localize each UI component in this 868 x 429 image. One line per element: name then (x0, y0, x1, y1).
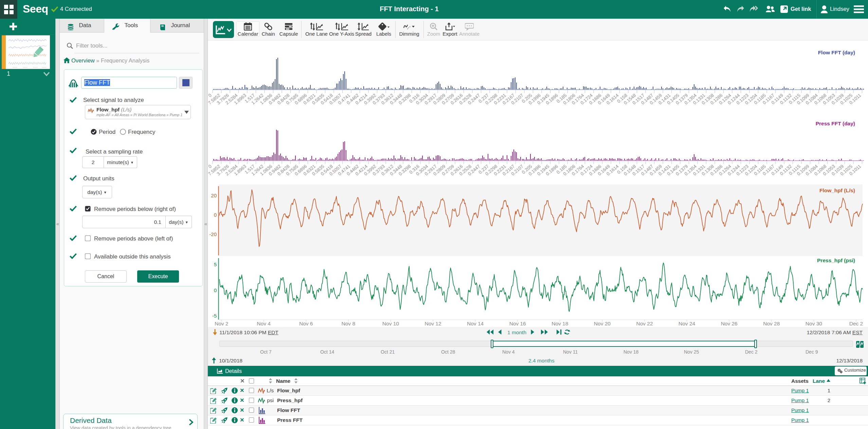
svg-text:5: 5 (214, 262, 217, 267)
svg-text:Nov 6: Nov 6 (299, 321, 313, 326)
svg-text:Nov 28: Nov 28 (763, 321, 780, 326)
svg-text:Nov 20: Nov 20 (594, 321, 611, 326)
svg-text:Nov 10: Nov 10 (382, 321, 399, 326)
svg-text:0: 0 (214, 287, 217, 293)
svg-text:Nov 30: Nov 30 (806, 321, 822, 326)
svg-text:Flow_hpf (L/s): Flow_hpf (L/s) (819, 187, 855, 193)
svg-text:Nov 26: Nov 26 (721, 321, 738, 326)
svg-text:-20: -20 (209, 231, 217, 237)
svg-text:Nov 4: Nov 4 (257, 321, 271, 326)
svg-text:Nov 14: Nov 14 (467, 321, 484, 326)
svg-text:Press_hpf (psi): Press_hpf (psi) (817, 257, 855, 263)
svg-text:Nov 18: Nov 18 (551, 321, 568, 326)
svg-text:0: 0 (214, 212, 217, 218)
svg-text:20: 20 (211, 193, 217, 198)
svg-text:Nov 24: Nov 24 (679, 321, 695, 326)
svg-text:Nov 12: Nov 12 (424, 321, 441, 326)
svg-text:Nov 8: Nov 8 (342, 321, 356, 326)
svg-text:Flow FFT (day): Flow FFT (day) (818, 50, 855, 55)
svg-text:Nov 2: Nov 2 (215, 321, 229, 326)
svg-text:-5: -5 (212, 313, 217, 319)
svg-text:Press FFT (day): Press FFT (day) (816, 121, 855, 126)
svg-text:Nov 16: Nov 16 (509, 321, 526, 326)
svg-text:Nov 22: Nov 22 (636, 321, 653, 326)
svg-text:Dec 2: Dec 2 (849, 321, 863, 326)
